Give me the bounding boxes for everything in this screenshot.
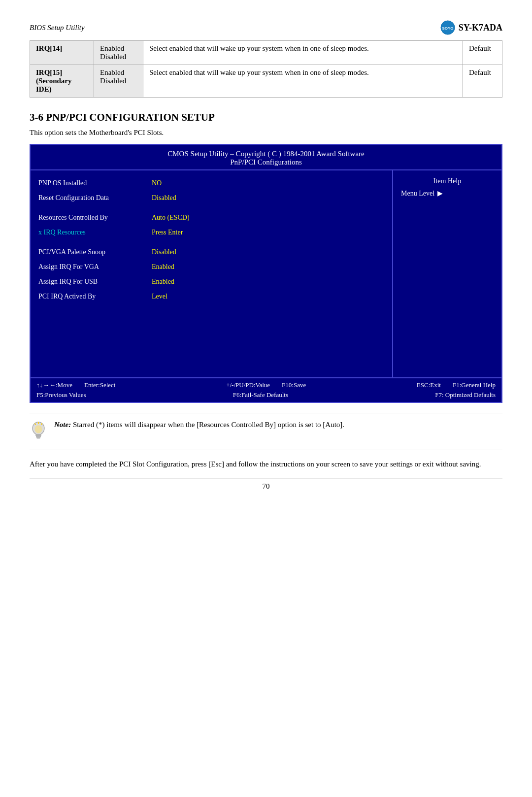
cmos-nav: ↑↓→←:Move Enter:Select +/-/PU/PD:Value F… [31, 377, 501, 402]
logo-area: SOYO SY-K7ADA [440, 20, 502, 35]
cmos-box: CMOS Setup Utility – Copyright ( C ) 198… [30, 144, 502, 403]
table-row: IRQ[15](SecondaryIDE) EnabledDisabled Se… [30, 65, 502, 98]
irq-vga-value: Enabled [152, 263, 174, 271]
note-section: Note: Starred (*) items will disappear w… [30, 413, 502, 450]
irq15-desc: Select enabled that will wake up your sy… [143, 65, 463, 98]
page-header: BIOS Setup Utility SOYO SY-K7ADA [30, 20, 502, 35]
page-footer: 70 [30, 478, 502, 491]
cmos-item-palette-snoop: PCI/VGA Palette Snoop Disabled [38, 248, 384, 256]
menu-level-label: Menu Level [401, 190, 434, 198]
cmos-item-irq-usb: Assign IRQ For USB Enabled [38, 278, 384, 286]
nav-row1-left: ↑↓→←:Move Enter:Select [36, 381, 115, 389]
palette-snoop-label: PCI/VGA Palette Snoop [38, 248, 152, 256]
irq-resources-value: Press Enter [152, 229, 183, 236]
bulb-icon [30, 420, 47, 444]
cmos-item-resources: Resources Controlled By Auto (ESCD) [38, 214, 384, 222]
irq15-options: EnabledDisabled [94, 65, 143, 98]
irq15-default: Default [463, 65, 502, 98]
pci-irq-value: Level [152, 293, 167, 300]
nav-f10: F10:Save [282, 381, 306, 389]
section-desc: This option sets the Motherboard's PCI S… [30, 129, 502, 137]
irq-table: IRQ[14] EnabledDisabled Select enabled t… [30, 40, 502, 98]
pci-irq-label: PCI IRQ Actived By [38, 293, 152, 300]
cmos-item-irq-vga: Assign IRQ For VGA Enabled [38, 263, 384, 271]
irq14-options: EnabledDisabled [94, 41, 143, 65]
after-note: After you have completed the PCI Slot Co… [30, 458, 502, 470]
irq15-label: IRQ[15](SecondaryIDE) [30, 65, 94, 98]
nav-f7: F7: Optimized Defaults [435, 391, 496, 399]
page-number: 70 [263, 482, 270, 490]
nav-row1: ↑↓→←:Move Enter:Select +/-/PU/PD:Value F… [36, 381, 496, 389]
svg-text:SOYO: SOYO [442, 26, 453, 31]
nav-f6: F6:Fail-Safe Defaults [233, 391, 288, 399]
cmos-body: PNP OS Installed NO Reset Configuration … [31, 170, 501, 377]
irq-vga-label: Assign IRQ For VGA [38, 263, 152, 271]
menu-level-row: Menu Level ▶ [401, 189, 494, 198]
soyo-logo-icon: SOYO [440, 20, 456, 35]
nav-enter-select: Enter:Select [84, 381, 116, 389]
nav-f1: F1:General Help [453, 381, 496, 389]
nav-f5: F5:Previous Values [36, 391, 86, 399]
pnp-os-value: NO [152, 179, 162, 187]
menu-arrow-icon: ▶ [437, 189, 443, 198]
nav-row1-right: ESC:Exit F1:General Help [417, 381, 496, 389]
svg-point-9 [35, 425, 42, 433]
cmos-header-line1: CMOS Setup Utility – Copyright ( C ) 198… [34, 150, 498, 158]
nav-esc: ESC:Exit [417, 381, 441, 389]
irq14-default: Default [463, 41, 502, 65]
cmos-header-line2: PnP/PCI Configurations [34, 158, 498, 166]
pnp-os-label: PNP OS Installed [38, 179, 152, 187]
cmos-right-panel: Item Help Menu Level ▶ [393, 170, 501, 377]
irq14-label: IRQ[14] [30, 41, 94, 65]
irq-usb-label: Assign IRQ For USB [38, 278, 152, 286]
cmos-item-pci-irq: PCI IRQ Actived By Level [38, 293, 384, 300]
cmos-item-pnp-os: PNP OS Installed NO [38, 179, 384, 187]
cmos-left-panel: PNP OS Installed NO Reset Configuration … [31, 170, 393, 377]
bios-title: BIOS Setup Utility [30, 24, 85, 32]
cmos-separator [38, 209, 384, 214]
nav-row2: F5:Previous Values F6:Fail-Safe Defaults… [36, 391, 496, 399]
note-text: Note: Starred (*) items will disappear w… [54, 419, 344, 431]
irq-resources-label: x IRQ Resources [38, 229, 152, 236]
cmos-item-reset-config: Reset Configuration Data Disabled [38, 194, 384, 202]
svg-rect-5 [36, 437, 40, 438]
nav-move: ↑↓→←:Move [36, 381, 72, 389]
item-help-title: Item Help [401, 177, 494, 185]
reset-config-value: Disabled [152, 194, 176, 202]
cmos-header: CMOS Setup Utility – Copyright ( C ) 198… [31, 145, 501, 170]
irq-usb-value: Enabled [152, 278, 174, 286]
cmos-separator2 [38, 243, 384, 248]
section-heading: 3-6 PNP/PCI CONFIGURATION SETUP [30, 111, 502, 124]
palette-snoop-value: Disabled [152, 248, 176, 256]
table-row: IRQ[14] EnabledDisabled Select enabled t… [30, 41, 502, 65]
note-bold-label: Note: [54, 421, 71, 429]
cmos-item-irq-resources: x IRQ Resources Press Enter [38, 229, 384, 236]
resources-label: Resources Controlled By [38, 214, 152, 222]
note-content: Starred (*) items will disappear when th… [71, 421, 344, 429]
nav-value: +/-/PU/PD:Value [226, 381, 270, 389]
product-name: SY-K7ADA [459, 23, 502, 33]
nav-row1-mid: +/-/PU/PD:Value F10:Save [226, 381, 306, 389]
irq14-desc: Select enabled that will wake up your sy… [143, 41, 463, 65]
reset-config-label: Reset Configuration Data [38, 194, 152, 202]
resources-value: Auto (ESCD) [152, 214, 190, 222]
